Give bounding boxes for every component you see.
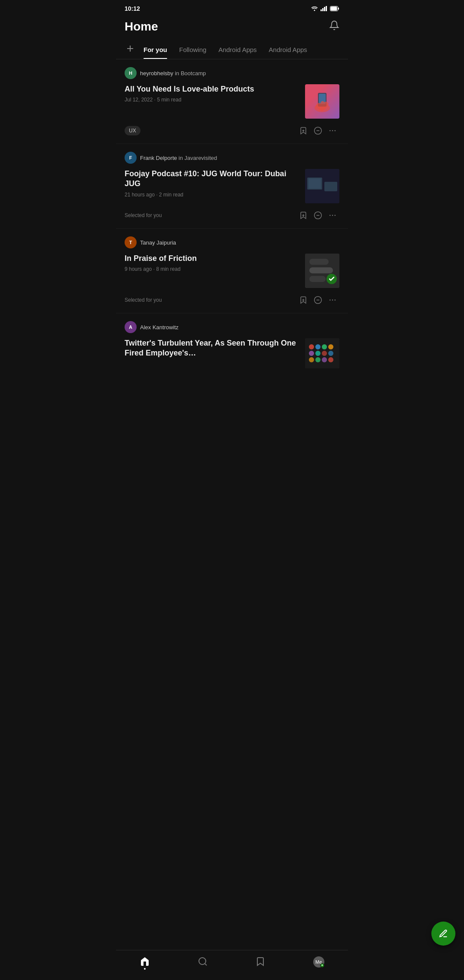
avatar: H [125, 67, 137, 79]
svg-point-58 [322, 357, 327, 362]
more-icon [328, 126, 337, 135]
actions-right [296, 293, 339, 307]
article-content[interactable]: In Praise of Friction 9 hours ago · 8 mi… [125, 254, 339, 288]
author-text: Frank Delporte in Javarevisited [140, 155, 217, 161]
more-button[interactable] [326, 208, 339, 222]
tag-badge[interactable]: UX [125, 126, 140, 135]
hide-button[interactable] [311, 208, 325, 222]
svg-rect-4 [326, 6, 327, 11]
svg-rect-26 [308, 178, 321, 189]
bell-icon [329, 20, 339, 31]
svg-rect-7 [331, 7, 337, 11]
svg-point-20 [335, 130, 336, 132]
bookmarks-icon [255, 956, 266, 967]
tab-for-you[interactable]: For you [137, 41, 173, 58]
bookmark-add-icon [299, 126, 308, 135]
svg-point-60 [199, 958, 206, 965]
bottom-nav: Me ✦ [116, 950, 348, 980]
svg-point-46 [335, 300, 336, 301]
svg-point-57 [315, 357, 321, 362]
bell-button[interactable] [329, 20, 339, 33]
more-icon [328, 211, 337, 220]
svg-rect-27 [325, 183, 336, 190]
more-icon [328, 296, 337, 304]
svg-point-59 [328, 357, 333, 362]
svg-point-45 [332, 300, 333, 301]
avatar: A [125, 321, 137, 333]
tab-add-button[interactable] [123, 40, 137, 59]
nav-profile[interactable]: Me ✦ [306, 955, 331, 971]
article-content[interactable]: Foojay Podcast #10: JUG World Tour: Duba… [125, 169, 339, 203]
tab-android-apps[interactable]: Android Apps [212, 41, 263, 58]
article-thumb-svg [305, 254, 339, 288]
svg-point-18 [330, 130, 331, 132]
article-meta: Jul 12, 2022 · 5 min read [125, 97, 299, 103]
article-thumb-svg [305, 338, 339, 368]
author-text: Tanay Jaipuria [140, 239, 176, 246]
bookmark-add-icon [299, 211, 308, 220]
article-content[interactable]: Twitter's Turbulent Year, As Seen Throug… [125, 338, 339, 368]
article-thumb-svg [305, 169, 339, 203]
minus-icon [314, 211, 322, 220]
article-thumb-svg [305, 84, 339, 119]
article-thumbnail [305, 84, 339, 119]
minus-icon [314, 126, 322, 135]
tab-following[interactable]: Following [173, 41, 212, 58]
search-icon [198, 956, 208, 967]
article-card: A Alex Kantrowitz Twitter's Turbulent Ye… [116, 313, 348, 368]
svg-rect-3 [324, 7, 325, 11]
nav-home[interactable] [133, 955, 157, 971]
svg-point-54 [322, 351, 327, 356]
svg-rect-6 [338, 8, 339, 10]
battery-icon [330, 6, 339, 11]
bookmark-add-button[interactable] [296, 208, 310, 222]
actions-right [296, 124, 339, 138]
author-text: heyrobhelsby in Bootcamp [140, 70, 206, 77]
hide-button[interactable] [311, 293, 325, 307]
bookmark-add-icon [299, 296, 308, 304]
page-title: Home [125, 20, 158, 34]
svg-point-56 [309, 357, 314, 362]
article-text: All You Need Is Love-able Products Jul 1… [125, 84, 299, 119]
minus-icon [314, 296, 322, 304]
svg-point-52 [309, 351, 314, 356]
svg-point-34 [335, 215, 336, 216]
nav-search[interactable] [191, 955, 215, 971]
svg-point-33 [332, 215, 333, 216]
selected-label: Selected for you [125, 297, 295, 303]
article-title: Foojay Podcast #10: JUG World Tour: Duba… [125, 169, 299, 189]
status-time: 10:12 [125, 5, 140, 12]
svg-point-19 [332, 130, 333, 132]
svg-rect-36 [309, 259, 329, 265]
nav-active-indicator [144, 968, 146, 970]
svg-rect-38 [309, 276, 326, 282]
svg-rect-37 [309, 267, 333, 273]
bookmark-add-button[interactable] [296, 124, 310, 138]
bookmark-add-button[interactable] [296, 293, 310, 307]
author-row: T Tanay Jaipuria [125, 236, 339, 248]
article-content[interactable]: All You Need Is Love-able Products Jul 1… [125, 84, 339, 119]
svg-point-55 [328, 351, 333, 356]
more-button[interactable] [326, 124, 339, 138]
selected-label: Selected for you [125, 212, 295, 218]
article-text: Twitter's Turbulent Year, As Seen Throug… [125, 338, 299, 368]
article-meta: 9 hours ago · 8 min read [125, 266, 299, 272]
tab-android-apps-2[interactable]: Android Apps [263, 41, 313, 58]
article-card: T Tanay Jaipuria In Praise of Friction 9… [116, 229, 348, 313]
svg-point-53 [315, 351, 321, 356]
avatar: T [125, 236, 137, 248]
actions-right [296, 208, 339, 222]
author-row: A Alex Kantrowitz [125, 321, 339, 333]
nav-bookmarks[interactable] [248, 955, 272, 971]
article-actions: Selected for you [125, 293, 339, 307]
author-row: F Frank Delporte in Javarevisited [125, 152, 339, 164]
svg-point-44 [330, 300, 331, 301]
article-meta: 21 hours ago · 2 min read [125, 192, 299, 198]
more-button[interactable] [326, 293, 339, 307]
svg-rect-1 [321, 9, 322, 11]
article-card: H heyrobhelsby in Bootcamp All You Need … [116, 59, 348, 144]
article-thumbnail [305, 338, 339, 368]
hide-button[interactable] [311, 124, 325, 138]
article-actions: UX [125, 124, 339, 138]
tabs-row: For you Following Android Apps Android A… [116, 40, 348, 59]
